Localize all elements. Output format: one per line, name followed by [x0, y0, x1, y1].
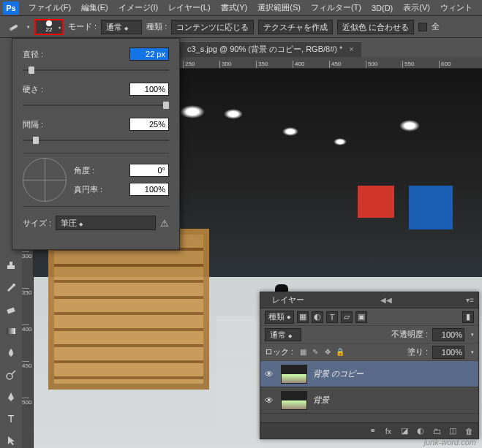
ruler-tick: 350: [256, 61, 268, 68]
filter-pixel-icon[interactable]: ▦: [297, 311, 309, 323]
panel-menu-icon[interactable]: ▾≡: [462, 296, 478, 304]
document-tab[interactable]: c3_s.jpg @ 90% (背景 のコピー, RGB/8#) * ×: [180, 41, 361, 57]
btn-content-aware[interactable]: コンテンツに応じる: [171, 20, 254, 34]
filter-toggle-icon[interactable]: ▮: [462, 311, 474, 323]
menu-image[interactable]: イメージ(I): [113, 0, 163, 15]
menu-file[interactable]: ファイル(F): [23, 0, 76, 15]
layer-thumbnail[interactable]: [281, 391, 307, 410]
tool-history-brush-icon[interactable]: [3, 279, 19, 295]
fill-input[interactable]: [432, 346, 464, 359]
layer-item[interactable]: 👁 背景: [260, 387, 478, 414]
layer-name[interactable]: 背景 のコピー: [313, 368, 364, 379]
brush-preset-size: 22: [46, 26, 53, 33]
filter-kind-label: 種類: [268, 311, 285, 322]
size-control-value: 筆圧: [61, 219, 77, 227]
close-tab-icon[interactable]: ×: [349, 45, 353, 53]
filter-adjust-icon[interactable]: ◐: [312, 311, 323, 323]
filter-kind-select[interactable]: 種類◆: [265, 311, 294, 324]
tool-gradient-icon[interactable]: [3, 323, 19, 339]
lock-paint-icon[interactable]: ✎: [310, 347, 320, 357]
angle-label: 角度 :: [74, 165, 94, 176]
group-icon[interactable]: 🗀: [432, 427, 442, 436]
menu-view[interactable]: 表示(V): [398, 0, 435, 15]
diameter-slider[interactable]: [23, 65, 169, 75]
layer-mask-icon[interactable]: ◪: [399, 426, 410, 436]
ruler-tick: 450: [329, 61, 341, 68]
svg-rect-6: [7, 328, 15, 334]
ruler-tick: 600: [439, 61, 451, 68]
lock-all-icon[interactable]: 🔒: [335, 347, 345, 357]
tool-clone-stamp-icon[interactable]: [3, 257, 19, 273]
link-layers-icon[interactable]: ⚭: [367, 426, 377, 436]
diameter-input[interactable]: [129, 48, 169, 61]
opacity-input[interactable]: [432, 328, 464, 341]
tool-pen-icon[interactable]: [3, 389, 19, 405]
tool-type-icon[interactable]: T: [3, 411, 19, 427]
btn-proximity-match[interactable]: 近似色 に合わせる: [337, 20, 414, 34]
visibility-eye-icon[interactable]: 👁: [265, 369, 275, 379]
lock-label: ロック :: [265, 346, 293, 357]
hardness-input[interactable]: [129, 83, 169, 96]
filter-smart-icon[interactable]: ▣: [355, 311, 367, 323]
layer-list: 👁 背景 のコピー 👁 背景: [260, 361, 478, 422]
menu-bar: Ps ファイル(F) 編集(E) イメージ(I) レイヤー(L) 書式(Y) 選…: [0, 0, 482, 16]
btn-create-texture[interactable]: テクスチャを作成: [258, 20, 333, 34]
layer-fx-icon[interactable]: fx: [383, 427, 393, 436]
svg-point-7: [7, 373, 12, 379]
layers-tab[interactable]: レイヤー: [266, 292, 310, 308]
warning-icon: ⚠: [160, 218, 169, 229]
filter-type-icon[interactable]: T: [326, 311, 338, 323]
lock-trans-icon[interactable]: ▦: [298, 347, 308, 357]
angle-input[interactable]: [129, 164, 169, 177]
ruler-tick: 450: [22, 361, 29, 369]
hardness-slider[interactable]: [23, 100, 169, 110]
diameter-label: 直径 :: [23, 49, 43, 60]
tool-blur-icon[interactable]: [3, 345, 19, 361]
layer-blend-select[interactable]: 通常◆: [265, 328, 301, 341]
filter-shape-icon[interactable]: ▱: [341, 311, 353, 323]
menu-3d[interactable]: 3D(D): [366, 1, 398, 15]
tool-preset-chevron-icon[interactable]: ▾: [27, 24, 30, 30]
tool-eraser-icon[interactable]: [3, 301, 19, 317]
ruler-tick: 300: [22, 251, 29, 259]
svg-rect-3: [10, 262, 12, 265]
tool-healing-brush-icon[interactable]: [6, 20, 20, 34]
roundness-input[interactable]: [129, 183, 169, 196]
angle-roundness-widget[interactable]: [23, 158, 67, 202]
menu-type[interactable]: 書式(Y): [216, 0, 253, 15]
svg-rect-5: [7, 307, 15, 314]
layer-name[interactable]: 背景: [313, 395, 329, 406]
ruler-tick: 250: [183, 61, 195, 68]
spacing-label: 間隔 :: [23, 119, 43, 130]
size-control-select[interactable]: 筆圧◆: [56, 216, 156, 230]
delete-layer-icon[interactable]: 🗑: [464, 427, 474, 436]
tool-path-select-icon[interactable]: [3, 433, 19, 448]
sample-all-checkbox[interactable]: [418, 23, 427, 31]
menu-edit[interactable]: 編集(E): [76, 0, 113, 15]
lock-pos-icon[interactable]: ✥: [323, 347, 333, 357]
brush-preset-picker[interactable]: 22 ▾: [34, 19, 64, 35]
layer-thumbnail[interactable]: [281, 365, 307, 384]
menu-layer[interactable]: レイヤー(L): [163, 0, 215, 15]
menu-filter[interactable]: フィルター(T): [306, 0, 366, 15]
adjustment-layer-icon[interactable]: ◐: [415, 426, 426, 436]
layers-panel: レイヤー ◀◀ ▾≡ 種類◆ ▦ ◐ T ▱ ▣ ▮ 通常◆ 不透明度 : ▾ …: [260, 292, 479, 439]
layer-item[interactable]: 👁 背景 のコピー: [260, 361, 478, 387]
fill-chevron-icon[interactable]: ▾: [471, 349, 474, 355]
menu-select[interactable]: 選択範囲(S): [252, 0, 306, 15]
opacity-chevron-icon[interactable]: ▾: [471, 332, 474, 338]
ruler-tick: 500: [22, 398, 29, 406]
menu-window[interactable]: ウィント: [435, 0, 478, 15]
document-title: c3_s.jpg @ 90% (背景 のコピー, RGB/8#) *: [187, 45, 342, 53]
brush-chevron-icon: ▾: [59, 24, 61, 29]
panel-collapse-icon[interactable]: ◀◀: [376, 296, 396, 304]
svg-rect-2: [7, 265, 15, 269]
new-layer-icon[interactable]: ◫: [448, 426, 458, 436]
spacing-slider[interactable]: [23, 135, 169, 145]
type-label: 種類 :: [146, 21, 167, 32]
tool-dodge-icon[interactable]: [3, 367, 19, 383]
svg-point-4: [12, 284, 15, 286]
blend-mode-select[interactable]: 通常◆: [101, 20, 142, 34]
spacing-input[interactable]: [129, 118, 169, 131]
visibility-eye-icon[interactable]: 👁: [265, 395, 275, 406]
